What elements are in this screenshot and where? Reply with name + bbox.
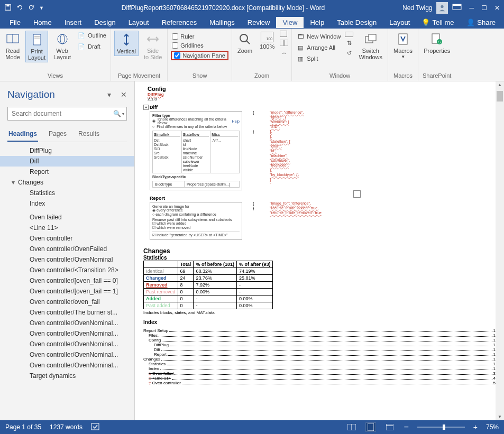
nav-item[interactable]: Report — [0, 167, 134, 177]
scrollbar-thumb[interactable] — [497, 91, 503, 101]
nav-item[interactable]: Oven controller/OvenNominal — [0, 254, 134, 265]
tab-table-design[interactable]: Table Design — [331, 17, 383, 28]
tab-home[interactable]: Home — [27, 17, 58, 28]
tab-mailings[interactable]: Mailings — [203, 17, 241, 28]
draft-button[interactable]: 📄Draft — [76, 42, 107, 51]
nav-item[interactable]: Oven controller/oven_fail — [0, 297, 134, 307]
nav-close-icon[interactable]: ✕ — [121, 90, 127, 99]
zoom-in-icon[interactable]: + — [473, 423, 478, 431]
tab-layout[interactable]: Layout — [122, 17, 155, 28]
tab-help[interactable]: Help — [304, 17, 331, 28]
zoom-group-label: Zoom — [235, 72, 288, 80]
nav-item[interactable]: DiffPlug — [0, 145, 134, 156]
web-layout-view-icon[interactable] — [384, 422, 395, 432]
sync-scroll-icon[interactable]: ⇅ — [345, 39, 353, 47]
search-icon[interactable]: 🔍 — [113, 110, 121, 117]
zoom-level[interactable]: 75% — [486, 423, 499, 431]
properties-button[interactable]: S Properties — [421, 31, 452, 55]
tab-references[interactable]: References — [155, 17, 203, 28]
nav-tree[interactable]: DiffPlugDiffReport▾ChangesStatisticsInde… — [0, 142, 134, 420]
save-icon[interactable] — [4, 4, 12, 13]
gridlines-checkbox[interactable]: Gridlines — [171, 42, 228, 49]
zoom-100-button[interactable]: 100 100% — [258, 31, 277, 51]
nav-search[interactable]: 🔍 ▾ — [7, 107, 127, 121]
vertical-scrollbar[interactable]: ▲ ▼ — [496, 81, 504, 420]
qat-dropdown-icon[interactable]: ▼ — [39, 5, 44, 11]
vertical-button[interactable]: Vertical — [114, 31, 139, 56]
zoom-slider-knob[interactable] — [443, 424, 445, 430]
outline-button[interactable]: 📄Outline — [76, 31, 107, 40]
switch-windows-button[interactable]: Switch Windows — [356, 31, 384, 61]
view-side-icon[interactable] — [345, 32, 353, 37]
zoom-out-icon[interactable]: − — [404, 422, 408, 432]
maximize-icon[interactable]: ☐ — [481, 4, 487, 12]
nav-item[interactable]: Diff — [0, 156, 134, 167]
read-mode-button[interactable]: Read Mode — [3, 31, 22, 61]
filter-help[interactable]: Help — [232, 119, 240, 123]
macros-button[interactable]: Macros ▼ — [391, 31, 415, 61]
nav-item[interactable]: Oven controller/OvenNominal... — [0, 360, 134, 371]
nav-tab-pages[interactable]: Pages — [48, 127, 68, 142]
search-dropdown-icon[interactable]: ▾ — [122, 112, 124, 116]
expand-icon[interactable]: + — [143, 105, 149, 110]
nav-item[interactable]: Index — [0, 198, 134, 209]
redo-icon[interactable] — [28, 4, 35, 13]
tab-layout2[interactable]: Layout — [383, 17, 416, 28]
close-icon[interactable]: ✕ — [494, 4, 500, 12]
svg-rect-5 — [453, 4, 461, 6]
tab-review[interactable]: Review — [241, 17, 277, 28]
scroll-down-icon[interactable]: ▼ — [497, 414, 502, 419]
print-layout-button[interactable]: Print Layout — [25, 31, 48, 62]
tab-view[interactable]: View — [276, 17, 304, 28]
new-window-button[interactable]: 🗔New Window — [295, 32, 342, 41]
multi-page-icon[interactable] — [280, 39, 288, 47]
proofing-icon[interactable] — [91, 423, 99, 432]
tab-design[interactable]: Design — [88, 17, 122, 28]
zoom-slider[interactable] — [417, 427, 465, 428]
nav-item[interactable]: <Line 11> — [0, 223, 134, 233]
arrange-all-button[interactable]: ▤Arrange All — [295, 43, 342, 52]
nav-item[interactable]: Oven controller — [0, 233, 134, 244]
nav-item[interactable]: ▾Changes — [0, 177, 134, 188]
tab-insert[interactable]: Insert — [58, 17, 88, 28]
tab-file[interactable]: File — [3, 17, 27, 28]
nav-tab-headings[interactable]: Headings — [7, 127, 38, 142]
tell-me-button[interactable]: 💡 Tell me — [416, 19, 459, 26]
page-width-icon[interactable]: ↔ — [280, 49, 288, 57]
nav-item[interactable]: Oven controller/[oven_fail == 0] — [0, 275, 134, 286]
word-count[interactable]: 1237 words — [50, 423, 83, 431]
nav-item[interactable]: Oven controller/OvenNominal... — [0, 339, 134, 349]
nav-item[interactable]: Oven controller/<Transition 28> — [0, 265, 134, 275]
nav-menu-icon[interactable]: ▾ — [107, 90, 111, 99]
nav-item[interactable]: Oven controller/OvenNominal... — [0, 328, 134, 339]
print-layout-view-icon[interactable] — [365, 422, 376, 432]
reset-window-icon[interactable]: ↺ — [345, 49, 353, 57]
minimize-icon[interactable]: ─ — [469, 4, 474, 12]
scroll-up-icon[interactable]: ▲ — [497, 82, 502, 87]
nav-item[interactable]: Oven controller/OvenFailed — [0, 244, 134, 254]
nav-item[interactable]: Oven controller/[oven_fail == 1] — [0, 286, 134, 297]
zoom-button[interactable]: Zoom — [235, 31, 254, 55]
undo-icon[interactable] — [16, 4, 23, 13]
share-button[interactable]: 👤 Share — [461, 19, 501, 26]
nav-item[interactable]: Target dynamics — [0, 371, 134, 381]
nav-item[interactable]: Oven failed — [0, 212, 134, 223]
web-layout-button[interactable]: Web Layout — [51, 31, 73, 61]
ribbon-display-icon[interactable] — [452, 4, 462, 13]
nav-item[interactable]: Oven controller/OvenNominal... — [0, 349, 134, 360]
split-button[interactable]: ▥Split — [295, 54, 342, 63]
report-c1: which were added — [157, 221, 186, 225]
user-name[interactable]: Ned Twigg — [402, 4, 432, 12]
nav-item[interactable]: Oven controller/The burner st... — [0, 307, 134, 318]
search-input[interactable] — [10, 108, 113, 119]
one-page-icon[interactable] — [280, 31, 287, 37]
navigation-pane-checkbox[interactable]: Navigation Pane — [171, 51, 228, 60]
ruler-checkbox[interactable]: Ruler — [171, 33, 228, 40]
nav-tab-results[interactable]: Results — [77, 127, 100, 142]
document-area[interactable]: Config DiffPlug 2.1.0 + Diff Filter type… — [135, 81, 504, 420]
nav-item[interactable]: Statistics — [0, 188, 134, 198]
read-mode-view-icon[interactable] — [346, 422, 357, 432]
nav-item[interactable]: Oven controller/OvenNominal... — [0, 318, 134, 328]
user-avatar-icon[interactable] — [436, 2, 448, 14]
page-status[interactable]: Page 1 of 35 — [5, 423, 41, 431]
